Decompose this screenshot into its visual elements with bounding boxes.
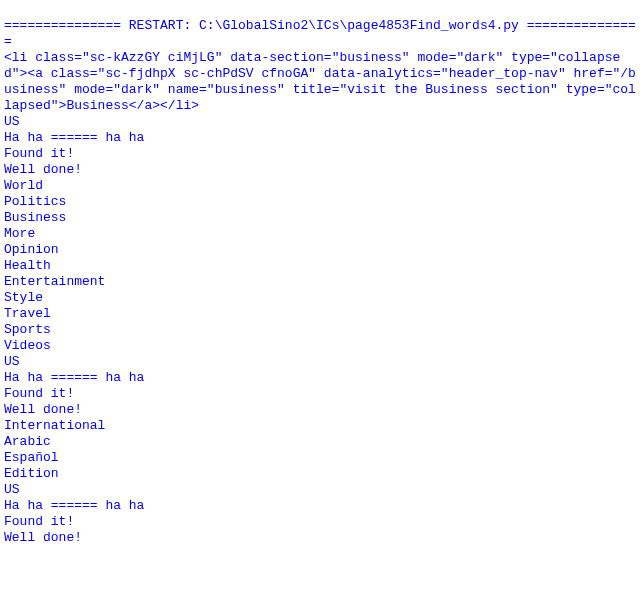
output-line: Politics	[4, 194, 640, 210]
output-line: US	[4, 482, 640, 498]
output-line: Videos	[4, 338, 640, 354]
html-dump-line: <li class="sc-kAzzGY ciMjLG" data-sectio…	[4, 50, 640, 114]
output-line: Ha ha ====== ha ha	[4, 498, 640, 514]
output-line: Ha ha ====== ha ha	[4, 370, 640, 386]
output-line: Well done!	[4, 162, 640, 178]
output-line: Ha ha ====== ha ha	[4, 130, 640, 146]
output-line: Opinion	[4, 242, 640, 258]
restart-banner: =============== RESTART: C:\GlobalSino2\…	[4, 18, 640, 50]
output-line: Español	[4, 450, 640, 466]
output-line: Found it!	[4, 146, 640, 162]
output-line: Health	[4, 258, 640, 274]
output-line: Business	[4, 210, 640, 226]
output-line: Entertainment	[4, 274, 640, 290]
output-line: Sports	[4, 322, 640, 338]
output-line: World	[4, 178, 640, 194]
output-line: Found it!	[4, 386, 640, 402]
output-line: Found it!	[4, 514, 640, 530]
output-line: US	[4, 114, 640, 130]
output-line: Arabic	[4, 434, 640, 450]
output-line: US	[4, 354, 640, 370]
output-line: Well done!	[4, 402, 640, 418]
output-line: International	[4, 418, 640, 434]
output-line: Style	[4, 290, 640, 306]
output-line: More	[4, 226, 640, 242]
output-line: Travel	[4, 306, 640, 322]
output-line: Well done!	[4, 530, 640, 546]
python-shell-output: =============== RESTART: C:\GlobalSino2\…	[0, 0, 644, 548]
output-line: Edition	[4, 466, 640, 482]
